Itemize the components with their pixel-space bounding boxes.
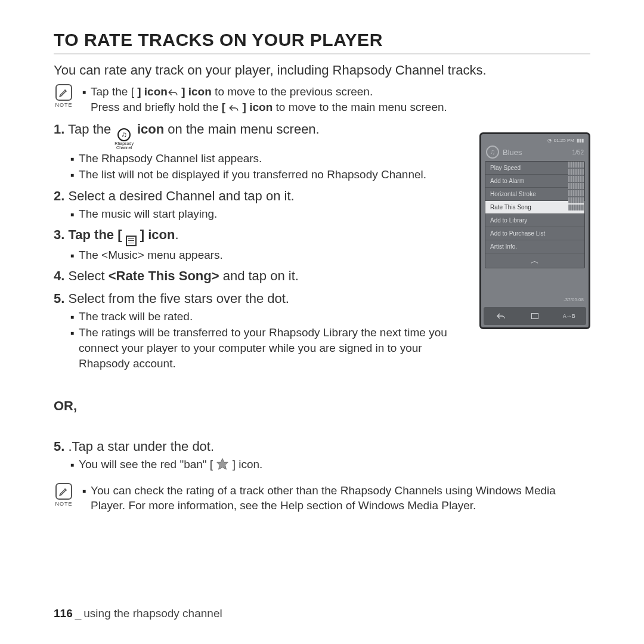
text: Select from the five stars over the dot. [64,291,289,306]
step-number: 5. [54,291,64,306]
text: ] icon [239,101,273,113]
device-header: ♫ Blues 1/52 [484,145,586,161]
text: . [175,227,178,242]
bullet-icon: ■ [82,483,86,513]
alt-step-5: 5. .Tap a star under the dot. ■ You will… [54,438,590,472]
text: The ratings will be transferred to your … [79,325,447,371]
step-number: 5. [54,439,64,454]
text: ] icon [137,85,168,98]
device-screenshot: ◔ 01:25 PM ▮▮▮ ♫ Blues 1/52 Play Speed A… [479,132,590,329]
note-badge: NOTE [54,483,74,507]
text: You can check the rating of a track othe… [91,483,590,513]
bullet-icon: ■ [70,247,74,263]
bullet-icon: ■ [70,206,74,222]
text: to move to the main menu screen. [273,101,447,113]
text: You will see the red "ban" [ [79,458,216,470]
back-icon [168,88,178,97]
step-2: 2. Select a desired Channel and tap on i… [54,187,447,221]
text: [ [222,101,229,113]
steps-list: 1. Tap the ♫RhapsodyChannel icon on the … [54,120,447,371]
page-title: TO RATE TRACKS ON YOUR PLAYER [54,30,590,54]
text: The Rhapsody Channel list appears. [79,151,262,166]
note-badge: NOTE [54,84,74,108]
text: Select a desired Channel and tap on it. [64,188,294,203]
text: Tap the [64,122,114,137]
step-number: 3. [54,227,64,242]
step-4: 4. Select <Rate This Song> and tap on it… [54,267,447,285]
device-elapsed: -37/05:08 [564,297,584,302]
section-title: using the rhapsody channel [83,607,222,620]
or-heading: OR, [54,398,590,414]
device-title: Blues [503,148,522,157]
device-statusbar: ◔ 01:25 PM ▮▮▮ [484,137,586,145]
text: The music will start playing. [79,206,217,222]
star-ban-icon [216,457,229,470]
pencil-icon [55,84,72,101]
note-block-1: NOTE ■ Tap the [ ] icon ] icon to move t… [54,84,590,114]
menu-icon [126,236,137,246]
step-1: 1. Tap the ♫RhapsodyChannel icon on the … [54,120,447,182]
bullet-icon: ■ [70,325,74,371]
ab-repeat-icon[interactable]: A↔B [562,310,576,322]
text: on the main menu screen. [164,122,319,137]
text: The track will be rated. [79,309,193,324]
bullet-icon: ■ [70,457,74,472]
note-block-2: NOTE ■ You can check the rating of a tra… [54,483,590,513]
note-label: NOTE [54,501,74,507]
intro-text: You can rate any track on your player, i… [54,63,590,78]
text: icon [134,122,164,137]
clock-icon: ◔ [547,138,552,143]
back-icon[interactable] [494,310,508,322]
note-text: ■ Tap the [ ] icon ] icon to move to the… [82,84,447,114]
menu-icon[interactable] [528,310,542,322]
step-5: 5. Select from the five stars over the d… [54,290,447,371]
battery-icon: ▮▮▮ [577,138,584,143]
note-label: NOTE [54,102,74,108]
note-text: ■ You can check the rating of a track ot… [82,483,590,513]
bullet-icon: ■ [70,167,74,182]
alt-steps: 5. .Tap a star under the dot. ■ You will… [54,438,590,472]
device-time: 01:25 PM [554,138,574,143]
text: Press and briefly hold the [91,101,222,113]
device-bottom-bar: A↔B [484,307,586,325]
page-number: 116 [54,607,73,620]
bullet-icon: ■ [70,151,74,166]
device-equalizer-bars [568,162,584,210]
step-number: 2. [54,188,64,203]
text: The list will not be displayed if you tr… [79,167,426,182]
pencil-icon [55,483,72,500]
menu-item-artist-info[interactable]: Artist Info. [485,240,584,253]
text: ] icon. [229,458,262,470]
text: Select [64,268,108,283]
text: and tap on it. [219,268,299,283]
music-disc-icon: ♫ [486,145,499,159]
rhapsody-channel-icon: ♫RhapsodyChannel [114,128,134,150]
text: .Tap a star under the dot. [64,439,214,454]
text: Tap the [ [91,85,137,98]
text: ] icon [137,227,175,242]
bullet-icon: ■ [82,84,86,114]
svg-marker-0 [217,459,228,469]
device-track-count: 1/52 [572,149,584,156]
text: The <Music> menu appears. [79,247,223,263]
text: to move to the previous screen. [212,85,373,98]
page-footer: 116_using the rhapsody channel [54,607,222,620]
menu-item-add-to-library[interactable]: Add to Library [485,214,584,227]
bullet-icon: ■ [70,309,74,324]
text: <Rate This Song> [109,268,219,283]
step-number: 4. [54,268,64,283]
text: Tap the [ [64,227,125,242]
chevron-up-icon[interactable]: ︿ [485,253,584,268]
back-icon [228,103,239,113]
menu-item-add-to-purchase-list[interactable]: Add to Purchase List [485,227,584,240]
step-number: 1. [54,122,64,137]
step-3: 3. Tap the [ ] icon. ■The <Music> menu a… [54,226,447,262]
